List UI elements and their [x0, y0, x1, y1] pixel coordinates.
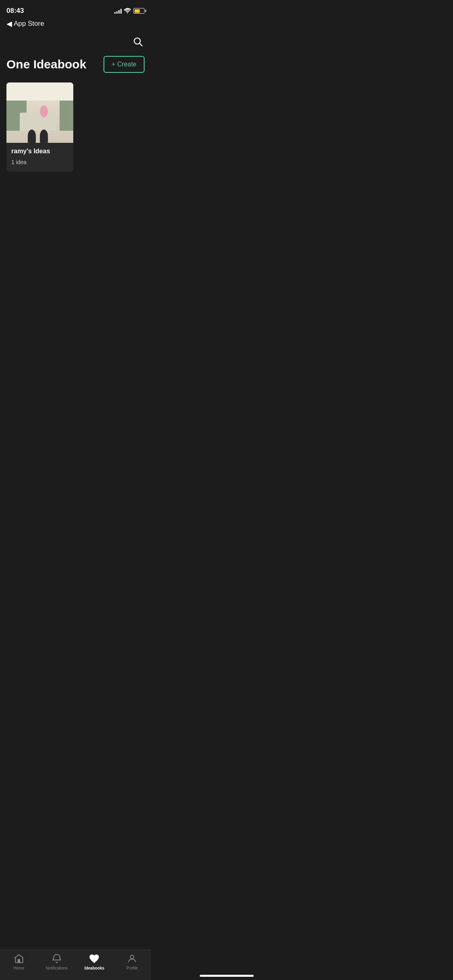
- card-info: ramy's Ideas 1 idea: [6, 143, 73, 172]
- page-title: One Ideabook: [6, 58, 86, 71]
- back-label: App Store: [14, 20, 44, 28]
- create-button[interactable]: + Create: [103, 56, 145, 73]
- top-header: [0, 31, 151, 53]
- battery-icon: ⚡: [133, 8, 145, 14]
- search-icon: [132, 36, 143, 47]
- ideabook-card[interactable]: ramy's Ideas 1 idea: [6, 82, 73, 172]
- status-icons: ⚡: [114, 8, 145, 14]
- ideabook-count: 1 idea: [11, 159, 68, 165]
- svg-line-1: [140, 43, 142, 46]
- page-header: One Ideabook + Create: [0, 53, 151, 82]
- signal-icon: [114, 8, 122, 14]
- ideabook-grid: ramy's Ideas 1 idea: [0, 82, 151, 172]
- ideabook-thumbnail: [6, 82, 73, 143]
- search-button[interactable]: [131, 35, 145, 49]
- back-button[interactable]: ◀ App Store: [6, 19, 44, 28]
- wifi-icon: [124, 8, 131, 14]
- status-time: 08:43: [6, 7, 24, 15]
- nav-bar: ◀ App Store: [0, 18, 151, 31]
- status-bar: 08:43 ⚡: [0, 0, 151, 18]
- back-chevron-icon: ◀: [6, 19, 12, 28]
- ideabook-name: ramy's Ideas: [11, 148, 68, 155]
